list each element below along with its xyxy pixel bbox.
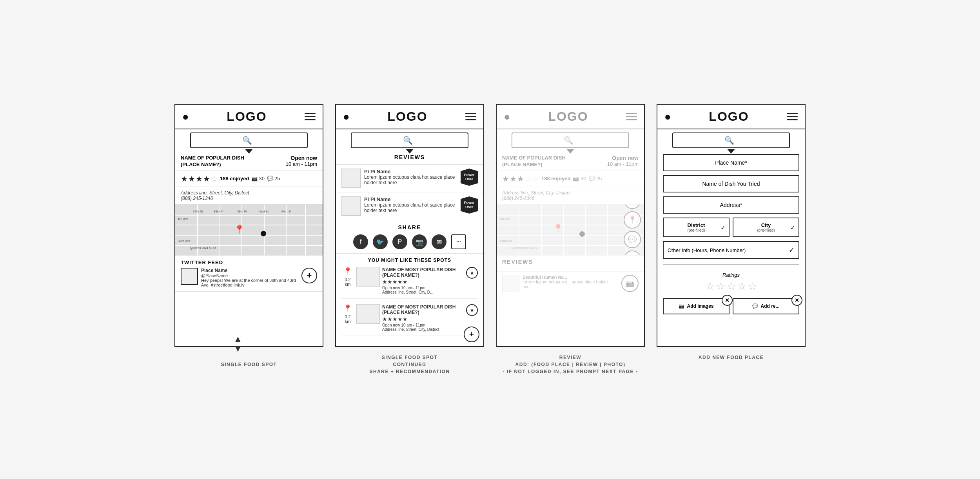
tweet-avatar — [181, 268, 198, 285]
review-bottom-content: Beautiful Human Na... Lorem ipzum octupu… — [523, 275, 618, 289]
screen4: ● LOGO 🔍 Place Name* — [657, 104, 806, 347]
tweet-name: Place Name — [201, 268, 298, 273]
comment-overlay-icon[interactable]: 💬 — [624, 231, 641, 248]
search-box2[interactable]: 🔍 — [351, 132, 469, 148]
city-sub: (pre-filled) — [757, 228, 775, 232]
place-name-input[interactable]: Place Name* — [663, 154, 799, 171]
close-overlay-button[interactable]: ✕ — [624, 250, 641, 256]
camera-review-icon[interactable]: 📷 — [621, 275, 639, 292]
rate-star-5[interactable]: ☆ — [748, 280, 757, 292]
address-area3: Address line, Street, City, District (88… — [497, 187, 644, 205]
pin-overlay-icon[interactable]: 📍 — [624, 211, 641, 229]
hours: 10 am - 11pm — [286, 161, 317, 167]
add-button[interactable]: + — [301, 268, 317, 283]
map-area: lan Ave 37th St 38th Pl 43rd Ave 44th St… — [175, 205, 323, 256]
map-bg3: lan Ave 43rd Ave Queens Blvd 40 St 📍 — [497, 205, 644, 255]
s5: ☆ — [532, 174, 539, 183]
other-info-field[interactable]: Other Info (Hours, Phone Number) ✓ — [663, 241, 799, 259]
address-input[interactable]: Address* — [663, 196, 799, 214]
map-label-4: 43rd Ave — [178, 239, 191, 243]
facebook-icon[interactable]: f — [353, 234, 368, 249]
spot-name-2: NAME OF MOST POPULAR DISH(PLACE NAME?) — [382, 304, 464, 315]
spot-1-left: 📍 0.2 km — [341, 267, 354, 287]
spot-address-2: Address line, Street, City, District — [382, 327, 464, 332]
dish-name: NAME OF POPULAR DISH(PLACE NAME?) — [181, 155, 244, 168]
hamburger-menu[interactable] — [305, 113, 316, 120]
spot-pin-1: 📍 — [343, 267, 352, 276]
spot-image-2 — [356, 304, 380, 324]
logo2: LOGO — [387, 109, 427, 124]
spot-name-1: NAME OF MOST POPULAR DISH(PLACE NAME?) — [382, 267, 464, 278]
share-title: SHARE — [341, 224, 478, 230]
rate-star-4[interactable]: ☆ — [737, 280, 746, 292]
logo3: LOGO — [548, 109, 588, 124]
map-label-a: lan Ave — [500, 217, 510, 221]
open-hours3: Open now 10 am - 11pm — [607, 155, 639, 167]
search-box[interactable]: 🔍 — [190, 132, 308, 148]
screen4-header: ● LOGO — [657, 105, 805, 129]
spot-chevron-2[interactable]: ∧ — [466, 304, 478, 316]
twitter-icon[interactable]: 🐦 — [373, 234, 388, 249]
spot-chevron-1[interactable]: ∧ — [466, 267, 478, 279]
hamburger-menu4[interactable] — [787, 113, 798, 120]
review-item-1: Pi Pi Name Lorem ipzum octupus clara hot… — [336, 165, 483, 192]
screens-container: ● LOGO 🔍 NAME OF POPULAR DISH(PLACE NAME… — [59, 104, 921, 375]
hamburger-menu2[interactable] — [465, 113, 476, 120]
rate-star-3[interactable]: ☆ — [727, 280, 736, 292]
review-avatar-1 — [341, 169, 361, 188]
ratings-section: Ratings ☆ ☆ ☆ ☆ ☆ — [663, 270, 799, 294]
review-content-2: Pi Pi Name Lorem ipzum octupus clara hot… — [364, 196, 457, 213]
s1: ★ — [502, 174, 509, 183]
logo: LOGO — [227, 109, 267, 124]
review-item-2: Pi Pi Name Lorem ipzum octupus clara hot… — [336, 192, 483, 220]
hamburger-menu3[interactable] — [626, 113, 637, 120]
tweet-row: Place Name @PlaceName Hey peeps! We are … — [181, 268, 317, 287]
spot-info-2: NAME OF MOST POPULAR DISH(PLACE NAME?) ★… — [382, 304, 464, 332]
more-icon[interactable]: ··· — [451, 234, 466, 249]
add-float-button[interactable]: + — [464, 327, 479, 342]
add-review-button[interactable]: 💬 Add re... ✕ — [733, 298, 799, 314]
map-label-1: lan Ave — [178, 217, 189, 221]
search-dropdown-indicator2 — [406, 149, 414, 154]
email-icon[interactable]: ✉ — [432, 234, 446, 249]
map-label-5: 44th St — [281, 210, 291, 213]
s4: ☆ — [524, 174, 532, 183]
screen1-wrapper: ● LOGO 🔍 NAME OF POPULAR DISH(PLACE NAME… — [174, 104, 323, 368]
screen3-header: ● LOGO — [497, 105, 644, 129]
review-avatar-2 — [341, 196, 361, 216]
map-pin-icon: 📍 — [234, 225, 245, 235]
stars-row3: ★ ★ ★ ☆ ☆ 188 enjoyed 📷 30 💬 25 — [497, 171, 644, 187]
search-box4[interactable]: 🔍 — [672, 132, 790, 148]
map-label-7: 42nd St — [258, 210, 269, 213]
search-dropdown-indicator — [245, 149, 253, 154]
star-5: ☆ — [211, 174, 218, 183]
close-images-button[interactable]: ✕ — [722, 295, 733, 306]
add-images-label: Add images — [687, 303, 713, 309]
rating-stars-input[interactable]: ☆ ☆ ☆ ☆ ☆ — [663, 280, 799, 292]
dish-name-input[interactable]: Name of Dish You Tried — [663, 175, 799, 192]
spot-distance-1: 0.2 km — [341, 276, 354, 287]
district-select[interactable]: District (pre-filled) ✓ — [663, 218, 730, 237]
star-overlay-icon[interactable]: ★ — [624, 205, 641, 209]
spot-item-1: 📍 0.2 km NAME OF MOST POPULAR DISH(PLACE… — [341, 267, 478, 299]
s2: ★ — [510, 174, 517, 183]
district-label: District — [688, 222, 705, 228]
comments-count: 💬 25 — [267, 176, 280, 181]
address-area: Address line, Street, City, District (88… — [175, 187, 323, 205]
instagram-icon[interactable]: 📷 — [412, 234, 427, 249]
tweet-content: Place Name @PlaceName Hey peeps! We are … — [201, 268, 298, 287]
address-line3: Address line, Street, City, District — [502, 190, 639, 196]
rate-star-2[interactable]: ☆ — [716, 280, 725, 292]
search-icon2: 🔍 — [403, 136, 413, 145]
search-area4: 🔍 — [657, 129, 805, 150]
close-review-button[interactable]: ✕ — [791, 295, 802, 306]
pinterest-icon[interactable]: P — [392, 234, 407, 249]
add-images-button[interactable]: 📷 Add images ✕ — [663, 298, 730, 314]
rate-star-1[interactable]: ☆ — [706, 280, 715, 292]
review-text-1: Lorem ipzum octupus clara hot sauce plac… — [364, 174, 457, 185]
open-label: Open now — [286, 155, 317, 161]
screen2: ● LOGO 🔍 REVIEWS Pi Pi Name Lore — [335, 104, 484, 347]
camera-icon-action: 📷 — [679, 303, 684, 309]
open-hours: Open now 10 am - 11pm — [286, 155, 317, 167]
city-select[interactable]: City (pre-filled) ✓ — [733, 218, 799, 237]
